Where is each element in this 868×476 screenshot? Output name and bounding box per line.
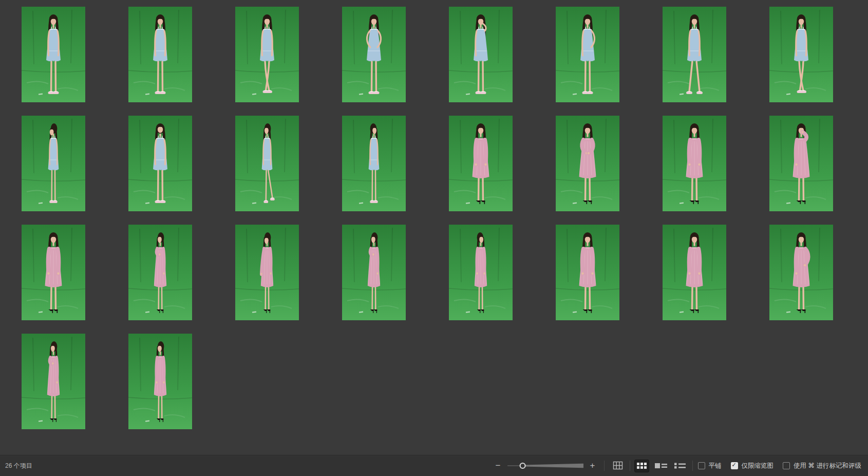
option-use-cmd-for-rating[interactable]: 使用 ⌘ 进行标记和评级: [783, 462, 861, 470]
photo-thumbnail[interactable]: [769, 225, 833, 320]
thumbnail-grid: [0, 0, 868, 429]
use-cmd-for-rating-label: 使用 ⌘ 进行标记和评级: [794, 462, 861, 470]
photo-thumbnail[interactable]: [235, 116, 299, 211]
slider-track-right[interactable]: [522, 464, 583, 468]
thumbnail-size-slider[interactable]: [504, 461, 587, 470]
photo-thumbnail[interactable]: [556, 116, 619, 211]
photo-thumbnail-image: [128, 116, 192, 211]
photo-thumbnail-image: [235, 116, 299, 211]
details-view-button[interactable]: [654, 460, 669, 472]
divider: [630, 461, 630, 471]
photo-thumbnail[interactable]: [556, 225, 619, 320]
photo-thumbnail[interactable]: [128, 7, 192, 102]
photo-thumbnail[interactable]: [22, 225, 85, 320]
photo-thumbnail-image: [663, 7, 726, 102]
photo-thumbnail[interactable]: [22, 7, 85, 102]
list-view-button[interactable]: [673, 460, 688, 472]
thumbnail-view-button[interactable]: [634, 460, 649, 472]
photo-thumbnail[interactable]: [449, 7, 513, 102]
zoom-in-button[interactable]: +: [589, 461, 597, 471]
photo-thumbnail-image: [449, 116, 513, 211]
photo-thumbnail-image: [22, 7, 85, 102]
photo-thumbnail-image: [342, 116, 406, 211]
statusbar-controls: − +: [494, 455, 861, 476]
photo-thumbnail[interactable]: [449, 225, 513, 320]
photo-thumbnail[interactable]: [128, 225, 192, 320]
photo-thumbnail[interactable]: [449, 116, 513, 211]
list-view-icon: [674, 462, 686, 469]
photo-thumbnail-image: [128, 225, 192, 320]
photo-thumbnail-image: [235, 7, 299, 102]
photo-thumbnail-image: [769, 225, 833, 320]
photo-thumbnail[interactable]: [663, 7, 726, 102]
photo-thumbnail-image: [449, 225, 513, 320]
photo-thumbnail[interactable]: [342, 225, 406, 320]
photo-thumbnail[interactable]: [663, 225, 726, 320]
photo-thumbnail-image: [128, 334, 192, 429]
photo-thumbnail[interactable]: [663, 116, 726, 211]
photo-thumbnail[interactable]: [769, 116, 833, 211]
thumbnail-view-icon: [637, 463, 647, 469]
photo-thumbnail-image: [22, 334, 85, 429]
photo-thumbnail-image: [663, 225, 726, 320]
photo-thumbnail[interactable]: [235, 225, 299, 320]
photo-thumbnail-image: [235, 225, 299, 320]
photo-thumbnail[interactable]: [342, 116, 406, 211]
photo-thumbnail[interactable]: [556, 7, 619, 102]
option-thumbnail-only[interactable]: 仅限缩览图: [731, 462, 774, 470]
photo-thumbnail[interactable]: [769, 7, 833, 102]
photo-thumbnail[interactable]: [22, 334, 85, 429]
photo-thumbnail-image: [556, 7, 619, 102]
tile-label: 平铺: [709, 462, 722, 470]
details-view-icon: [655, 462, 667, 469]
option-tile[interactable]: 平铺: [698, 462, 722, 470]
photo-thumbnail-image: [22, 116, 85, 211]
photo-thumbnail-image: [342, 225, 406, 320]
slider-thumb[interactable]: [520, 463, 525, 468]
photo-thumbnail-image: [342, 7, 406, 102]
photo-thumbnail-image: [769, 116, 833, 211]
divider: [604, 461, 605, 471]
photo-thumbnail-image: [128, 7, 192, 102]
thumbnail-only-checkbox[interactable]: [731, 462, 738, 469]
photo-thumbnail[interactable]: [342, 7, 406, 102]
photo-thumbnail-image: [663, 116, 726, 211]
grid-lock-button[interactable]: [611, 460, 626, 472]
photo-thumbnail[interactable]: [22, 116, 85, 211]
photo-thumbnail[interactable]: [128, 334, 192, 429]
zoom-out-button[interactable]: −: [494, 461, 502, 471]
photo-thumbnail[interactable]: [128, 116, 192, 211]
status-bar: 26 个项目 − +: [0, 455, 868, 476]
divider: [692, 461, 693, 471]
thumbnail-only-label: 仅限缩览图: [742, 462, 774, 470]
photo-thumbnail-image: [22, 225, 85, 320]
photo-thumbnail-image: [449, 7, 513, 102]
tile-checkbox[interactable]: [698, 462, 705, 469]
photo-thumbnail-image: [769, 7, 833, 102]
photo-thumbnail[interactable]: [235, 7, 299, 102]
content-area: [0, 0, 868, 455]
use-cmd-for-rating-checkbox[interactable]: [783, 462, 790, 469]
grid-lock-icon: [613, 461, 623, 471]
item-count-label: 26 个项目: [5, 455, 32, 476]
photo-thumbnail-image: [556, 116, 619, 211]
photo-thumbnail-image: [556, 225, 619, 320]
